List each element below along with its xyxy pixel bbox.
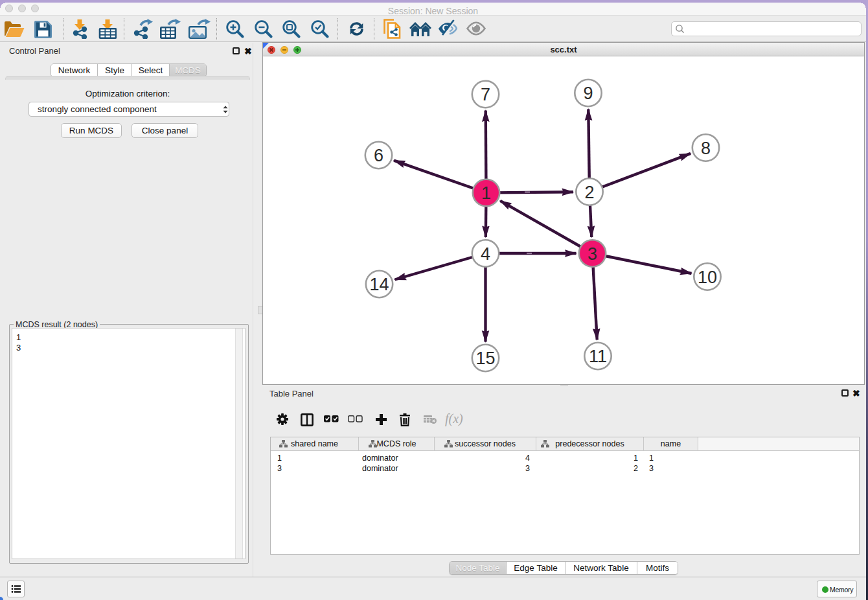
svg-text:15: 15 [475, 349, 495, 368]
svg-text:1: 1 [481, 183, 491, 203]
svg-text:14: 14 [369, 275, 389, 294]
svg-text:3: 3 [588, 244, 597, 264]
svg-text:4: 4 [481, 244, 490, 264]
svg-text:6: 6 [374, 146, 383, 165]
svg-text:11: 11 [589, 347, 607, 366]
svg-text:2: 2 [584, 183, 594, 202]
svg-text:10: 10 [698, 268, 717, 287]
svg-text:7: 7 [481, 85, 490, 104]
svg-text:9: 9 [583, 84, 593, 103]
svg-text:8: 8 [701, 139, 711, 158]
